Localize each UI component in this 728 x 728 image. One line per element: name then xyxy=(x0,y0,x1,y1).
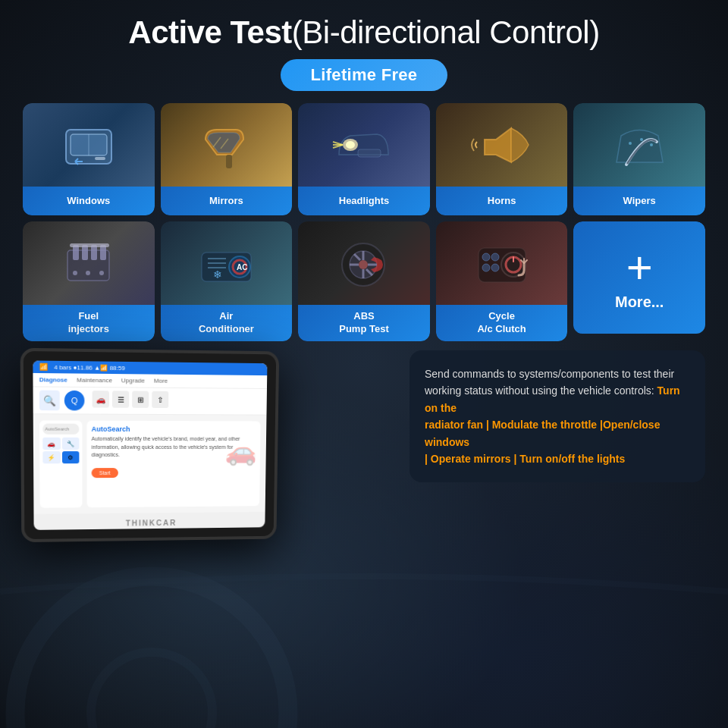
feature-air-conditioner[interactable]: AC ❄ AirConditioner xyxy=(161,221,293,341)
share-icon-sm[interactable]: ⇧ xyxy=(152,391,168,408)
feature-horns-image xyxy=(436,103,568,187)
title-normal: (Bi-directional Control) xyxy=(292,14,600,50)
svg-point-15 xyxy=(650,143,653,146)
wipers-icon xyxy=(607,113,672,177)
windows-icon xyxy=(58,115,119,175)
feature-windows[interactable]: Windows xyxy=(23,103,155,215)
cycle-ac-clutch-label: CycleA/c Clutch xyxy=(436,305,568,341)
tab-more[interactable]: More xyxy=(154,378,168,384)
tablet-nav-bar: Diagnose Maintenance Upgrade More xyxy=(33,373,267,389)
signal-icon: 📶 xyxy=(39,363,48,371)
tablet-search-bar[interactable]: AutoSearch xyxy=(42,423,79,434)
fuel-injectors-icon xyxy=(56,231,121,296)
feature-mirrors-image xyxy=(161,103,293,187)
fuel-injectors-label: Fuelinjectors xyxy=(23,305,155,341)
svg-rect-5 xyxy=(95,157,105,160)
wipers-label: Wipers xyxy=(573,187,705,215)
tab-diagnose[interactable]: Diagnose xyxy=(39,376,67,384)
svg-point-1 xyxy=(91,652,212,728)
svg-rect-21 xyxy=(70,243,109,247)
horns-label: Horns xyxy=(436,187,568,215)
feature-grid-row2: Fuelinjectors AC ❄ xyxy=(23,221,705,341)
abs-pump-test-label: ABSPump Test xyxy=(298,305,430,341)
air-conditioner-icon: AC ❄ xyxy=(194,231,259,296)
feature-cycle-image xyxy=(436,221,568,305)
tablet-container: 📶 4 bars ●11.86 ▲📶 88:59 Diagnose Mainte… xyxy=(23,350,394,541)
feature-mirrors[interactable]: Mirrors xyxy=(161,103,293,215)
more-text: More... xyxy=(615,293,664,311)
feature-cycle-ac-clutch[interactable]: CycleA/c Clutch xyxy=(436,221,568,341)
main-content: Active Test(Bi-directional Control) Life… xyxy=(0,0,728,557)
start-button[interactable]: Start xyxy=(92,468,118,478)
feature-more-image: + More... xyxy=(573,221,705,334)
plus-icon: + xyxy=(626,245,653,290)
car-image-tablet: 🚗 xyxy=(224,436,257,466)
bottom-section: 📶 4 bars ●11.86 ▲📶 88:59 Diagnose Mainte… xyxy=(23,350,705,541)
svg-point-48 xyxy=(491,253,499,261)
battery-info: 4 bars ●11.86 ▲📶 88:59 xyxy=(54,363,125,371)
info-normal-1: Send commands to systems/components to t… xyxy=(425,368,674,397)
grid-icon-sm[interactable]: ⊞ xyxy=(132,391,149,408)
svg-point-22 xyxy=(73,271,77,275)
feature-fuel-injectors[interactable]: Fuelinjectors xyxy=(23,221,155,341)
mirrors-icon xyxy=(194,113,259,177)
svg-rect-6 xyxy=(226,155,232,168)
svg-point-49 xyxy=(491,264,499,271)
info-box: Send commands to systems/components to t… xyxy=(410,350,705,482)
feature-wipers[interactable]: Wipers xyxy=(573,103,705,215)
svg-point-23 xyxy=(86,271,90,275)
list-icon-sm[interactable]: ☰ xyxy=(112,391,129,407)
horns-icon xyxy=(469,113,534,177)
wrench-icon[interactable]: 🔧 xyxy=(61,438,79,450)
feature-headlights[interactable]: Headlights xyxy=(298,103,430,215)
svg-rect-12 xyxy=(358,149,381,157)
headlights-label: Headlights xyxy=(298,187,430,215)
tablet-device: 📶 4 bars ●11.86 ▲📶 88:59 Diagnose Mainte… xyxy=(20,348,280,542)
feature-horns[interactable]: Horns xyxy=(436,103,568,215)
feature-headlights-image xyxy=(298,103,430,187)
car-icon-sm[interactable]: 🚗 xyxy=(93,391,109,407)
svg-point-35 xyxy=(359,260,368,269)
feature-fuel-image xyxy=(23,221,155,305)
cycle-ac-clutch-icon xyxy=(469,231,534,296)
lifetime-badge: Lifetime Free xyxy=(281,59,448,91)
headlights-icon xyxy=(331,113,396,177)
mirrors-label: Mirrors xyxy=(161,187,293,215)
diagnostic-icon[interactable]: ⚡ xyxy=(42,451,60,463)
abs-pump-test-icon xyxy=(331,231,396,296)
info-text-1: Send commands to systems/components to t… xyxy=(425,366,690,467)
feature-wipers-image xyxy=(573,103,705,187)
svg-point-24 xyxy=(99,271,104,275)
svg-point-14 xyxy=(640,138,643,141)
feature-abs-pump-test[interactable]: ABSPump Test xyxy=(298,221,430,341)
brand-label: THINKCAR xyxy=(126,519,177,528)
tab-upgrade[interactable]: Upgrade xyxy=(121,377,145,384)
autosearch-title: AutoSearch xyxy=(92,425,256,434)
windows-label: Windows xyxy=(23,187,155,215)
settings-icon[interactable]: ⚙ xyxy=(61,451,79,463)
svg-point-47 xyxy=(482,264,490,271)
svg-text:❄: ❄ xyxy=(213,268,222,281)
svg-point-8 xyxy=(346,141,355,149)
feature-windows-image xyxy=(23,103,155,187)
feature-more[interactable]: + More... xyxy=(573,221,705,341)
svg-point-46 xyxy=(482,253,490,261)
feature-grid-row1: Windows Mirrors xyxy=(23,103,705,215)
search-icon[interactable]: 🔍 xyxy=(39,391,60,411)
svg-point-13 xyxy=(629,142,632,145)
feature-ac-image: AC ❄ xyxy=(161,221,293,305)
page-title: Active Test(Bi-directional Control) xyxy=(23,15,705,50)
vehicle-icon[interactable]: 🚗 xyxy=(42,438,60,450)
scan-icon[interactable]: Q xyxy=(64,391,85,411)
tablet-screen: 📶 4 bars ●11.86 ▲📶 88:59 Diagnose Mainte… xyxy=(33,360,267,529)
feature-abs-image xyxy=(298,221,430,305)
title-bold: Active Test xyxy=(128,14,291,50)
tab-maintenance[interactable]: Maintenance xyxy=(77,377,112,384)
svg-text:AC: AC xyxy=(237,263,247,271)
header: Active Test(Bi-directional Control) Life… xyxy=(23,15,705,91)
air-conditioner-label: AirConditioner xyxy=(161,305,293,341)
